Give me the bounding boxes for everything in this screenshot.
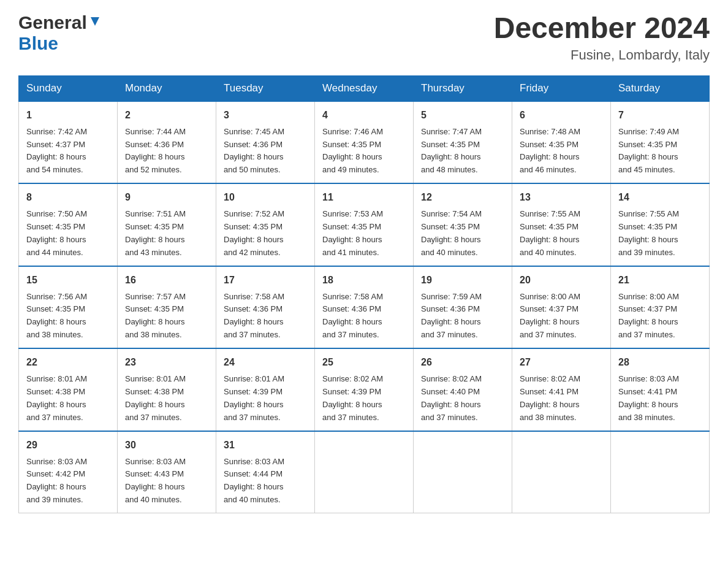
day-info: Sunrise: 7:58 AMSunset: 4:36 PMDaylight:… — [224, 292, 284, 340]
calendar-week-row: 29 Sunrise: 8:03 AMSunset: 4:42 PMDaylig… — [19, 431, 710, 513]
day-number: 27 — [520, 355, 603, 370]
month-title: December 2024 — [494, 12, 710, 45]
table-row: 25 Sunrise: 8:02 AMSunset: 4:39 PMDaylig… — [315, 348, 414, 431]
day-info: Sunrise: 7:55 AMSunset: 4:35 PMDaylight:… — [520, 209, 580, 257]
day-info: Sunrise: 7:50 AMSunset: 4:35 PMDaylight:… — [26, 209, 87, 257]
day-number: 23 — [125, 355, 208, 370]
day-number: 9 — [125, 190, 208, 205]
title-section: December 2024 Fusine, Lombardy, Italy — [494, 12, 710, 63]
day-number: 14 — [618, 190, 702, 205]
table-row: 11 Sunrise: 7:53 AMSunset: 4:35 PMDaylig… — [315, 183, 414, 266]
calendar-week-row: 15 Sunrise: 7:56 AMSunset: 4:35 PMDaylig… — [19, 266, 710, 348]
table-row: 15 Sunrise: 7:56 AMSunset: 4:35 PMDaylig… — [19, 266, 118, 348]
day-number: 21 — [618, 273, 702, 288]
day-info: Sunrise: 7:59 AMSunset: 4:36 PMDaylight:… — [421, 292, 482, 340]
day-number: 15 — [26, 273, 110, 288]
page-header: General Blue December 2024 Fusine, Lomba… — [18, 12, 710, 63]
day-info: Sunrise: 7:45 AMSunset: 4:36 PMDaylight:… — [224, 127, 284, 175]
calendar-week-row: 22 Sunrise: 8:01 AMSunset: 4:38 PMDaylig… — [19, 348, 710, 431]
table-row: 27 Sunrise: 8:02 AMSunset: 4:41 PMDaylig… — [512, 348, 611, 431]
table-row: 21 Sunrise: 8:00 AMSunset: 4:37 PMDaylig… — [611, 266, 710, 348]
day-number: 1 — [26, 108, 110, 123]
table-row: 29 Sunrise: 8:03 AMSunset: 4:42 PMDaylig… — [19, 431, 118, 513]
day-info: Sunrise: 7:46 AMSunset: 4:35 PMDaylight:… — [322, 127, 383, 175]
day-info: Sunrise: 8:03 AMSunset: 4:44 PMDaylight:… — [224, 457, 284, 505]
table-row: 31 Sunrise: 8:03 AMSunset: 4:44 PMDaylig… — [216, 431, 315, 513]
logo: General Blue — [18, 12, 102, 54]
table-row: 13 Sunrise: 7:55 AMSunset: 4:35 PMDaylig… — [512, 183, 611, 266]
day-info: Sunrise: 8:02 AMSunset: 4:40 PMDaylight:… — [421, 374, 482, 422]
table-row: 17 Sunrise: 7:58 AMSunset: 4:36 PMDaylig… — [216, 266, 315, 348]
table-row: 20 Sunrise: 8:00 AMSunset: 4:37 PMDaylig… — [512, 266, 611, 348]
day-info: Sunrise: 8:03 AMSunset: 4:42 PMDaylight:… — [26, 457, 87, 505]
table-row: 8 Sunrise: 7:50 AMSunset: 4:35 PMDayligh… — [19, 183, 118, 266]
day-number: 6 — [520, 108, 603, 123]
table-row — [414, 431, 512, 513]
table-row: 3 Sunrise: 7:45 AMSunset: 4:36 PMDayligh… — [216, 101, 315, 183]
col-tuesday: Tuesday — [216, 75, 315, 101]
day-number: 17 — [224, 273, 307, 288]
day-info: Sunrise: 7:51 AMSunset: 4:35 PMDaylight:… — [125, 209, 186, 257]
day-info: Sunrise: 7:53 AMSunset: 4:35 PMDaylight:… — [322, 209, 383, 257]
day-info: Sunrise: 7:42 AMSunset: 4:37 PMDaylight:… — [26, 127, 87, 175]
table-row: 23 Sunrise: 8:01 AMSunset: 4:38 PMDaylig… — [118, 348, 216, 431]
day-number: 12 — [421, 190, 504, 205]
table-row — [611, 431, 710, 513]
day-number: 29 — [26, 438, 110, 453]
day-number: 26 — [421, 355, 504, 370]
table-row: 24 Sunrise: 8:01 AMSunset: 4:39 PMDaylig… — [216, 348, 315, 431]
day-info: Sunrise: 8:02 AMSunset: 4:41 PMDaylight:… — [520, 374, 580, 422]
day-number: 11 — [322, 190, 406, 205]
day-info: Sunrise: 7:58 AMSunset: 4:36 PMDaylight:… — [322, 292, 383, 340]
day-info: Sunrise: 8:00 AMSunset: 4:37 PMDaylight:… — [618, 292, 679, 340]
day-number: 25 — [322, 355, 406, 370]
table-row: 16 Sunrise: 7:57 AMSunset: 4:35 PMDaylig… — [118, 266, 216, 348]
day-info: Sunrise: 7:44 AMSunset: 4:36 PMDaylight:… — [125, 127, 186, 175]
table-row: 9 Sunrise: 7:51 AMSunset: 4:35 PMDayligh… — [118, 183, 216, 266]
table-row: 12 Sunrise: 7:54 AMSunset: 4:35 PMDaylig… — [414, 183, 512, 266]
svg-marker-0 — [91, 17, 99, 26]
day-number: 20 — [520, 273, 603, 288]
day-info: Sunrise: 7:54 AMSunset: 4:35 PMDaylight:… — [421, 209, 482, 257]
col-wednesday: Wednesday — [315, 75, 414, 101]
table-row — [512, 431, 611, 513]
table-row: 30 Sunrise: 8:03 AMSunset: 4:43 PMDaylig… — [118, 431, 216, 513]
table-row: 26 Sunrise: 8:02 AMSunset: 4:40 PMDaylig… — [414, 348, 512, 431]
col-sunday: Sunday — [19, 75, 118, 101]
col-thursday: Thursday — [414, 75, 512, 101]
day-info: Sunrise: 7:57 AMSunset: 4:35 PMDaylight:… — [125, 292, 186, 340]
day-number: 2 — [125, 108, 208, 123]
table-row — [315, 431, 414, 513]
location: Fusine, Lombardy, Italy — [494, 47, 710, 63]
day-info: Sunrise: 7:49 AMSunset: 4:35 PMDaylight:… — [618, 127, 679, 175]
table-row: 2 Sunrise: 7:44 AMSunset: 4:36 PMDayligh… — [118, 101, 216, 183]
day-number: 7 — [618, 108, 702, 123]
day-number: 31 — [224, 438, 307, 453]
table-row: 6 Sunrise: 7:48 AMSunset: 4:35 PMDayligh… — [512, 101, 611, 183]
table-row: 7 Sunrise: 7:49 AMSunset: 4:35 PMDayligh… — [611, 101, 710, 183]
day-number: 19 — [421, 273, 504, 288]
col-friday: Friday — [512, 75, 611, 101]
day-number: 16 — [125, 273, 208, 288]
day-info: Sunrise: 7:56 AMSunset: 4:35 PMDaylight:… — [26, 292, 87, 340]
col-saturday: Saturday — [611, 75, 710, 101]
day-info: Sunrise: 8:00 AMSunset: 4:37 PMDaylight:… — [520, 292, 580, 340]
day-info: Sunrise: 7:47 AMSunset: 4:35 PMDaylight:… — [421, 127, 482, 175]
table-row: 5 Sunrise: 7:47 AMSunset: 4:35 PMDayligh… — [414, 101, 512, 183]
day-number: 30 — [125, 438, 208, 453]
col-monday: Monday — [118, 75, 216, 101]
day-number: 3 — [224, 108, 307, 123]
table-row: 14 Sunrise: 7:55 AMSunset: 4:35 PMDaylig… — [611, 183, 710, 266]
day-info: Sunrise: 7:48 AMSunset: 4:35 PMDaylight:… — [520, 127, 580, 175]
day-number: 28 — [618, 355, 702, 370]
table-row: 4 Sunrise: 7:46 AMSunset: 4:35 PMDayligh… — [315, 101, 414, 183]
day-number: 22 — [26, 355, 110, 370]
day-number: 13 — [520, 190, 603, 205]
calendar-table: Sunday Monday Tuesday Wednesday Thursday… — [18, 75, 710, 513]
day-number: 8 — [26, 190, 110, 205]
day-number: 5 — [421, 108, 504, 123]
day-info: Sunrise: 8:03 AMSunset: 4:41 PMDaylight:… — [618, 374, 679, 422]
table-row: 10 Sunrise: 7:52 AMSunset: 4:35 PMDaylig… — [216, 183, 315, 266]
day-info: Sunrise: 7:52 AMSunset: 4:35 PMDaylight:… — [224, 209, 284, 257]
table-row: 19 Sunrise: 7:59 AMSunset: 4:36 PMDaylig… — [414, 266, 512, 348]
